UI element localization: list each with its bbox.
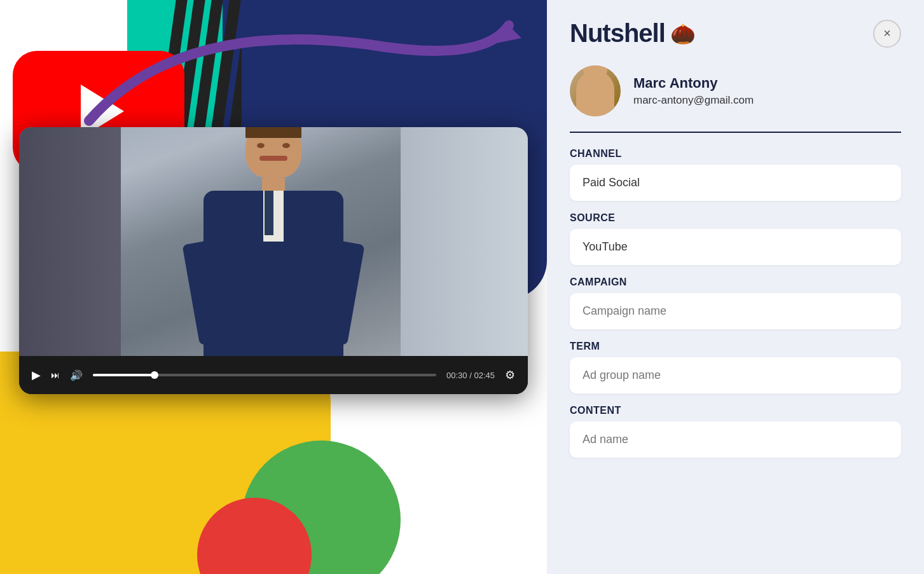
channel-section: CHANNEL — [570, 148, 901, 201]
channel-label: CHANNEL — [570, 148, 901, 160]
source-label: SOURCE — [570, 212, 901, 224]
channel-input[interactable] — [570, 165, 901, 201]
volume-icon[interactable]: 🔊 — [70, 369, 83, 381]
nutshell-logo: Nutshell 🌰 — [570, 19, 696, 48]
user-email: marc-antony@gmail.com — [633, 94, 754, 107]
time-display: 00:30 / 02:45 — [446, 371, 495, 380]
video-bookshelf — [19, 127, 121, 356]
source-input[interactable] — [570, 229, 901, 265]
video-controls[interactable]: ▶ ⏭ 🔊 00:30 / 02:45 ⚙ — [19, 356, 528, 394]
avatar-figure — [576, 71, 614, 116]
user-info: Marc Antony marc-antony@gmail.com — [633, 75, 754, 107]
progress-fill — [93, 374, 155, 376]
campaign-input[interactable] — [570, 293, 901, 329]
progress-bar[interactable] — [93, 374, 436, 376]
user-name: Marc Antony — [633, 75, 754, 92]
left-panel: ▶ ⏭ 🔊 00:30 / 02:45 ⚙ — [0, 0, 547, 574]
nutshell-acorn-icon: 🌰 — [670, 22, 696, 46]
next-button[interactable]: ⏭ — [51, 370, 60, 380]
current-time: 00:30 — [446, 371, 467, 380]
source-section: SOURCE — [570, 212, 901, 265]
video-person — [203, 127, 343, 356]
user-card: Marc Antony marc-antony@gmail.com — [570, 65, 901, 133]
settings-icon[interactable]: ⚙ — [505, 368, 515, 382]
purple-arrow — [51, 6, 547, 146]
content-input[interactable] — [570, 421, 901, 458]
total-time: 02:45 — [474, 371, 495, 380]
nutshell-wordmark: Nutshell — [570, 19, 665, 48]
video-right-bg — [401, 127, 528, 356]
term-input[interactable] — [570, 357, 901, 393]
video-player[interactable]: ▶ ⏭ 🔊 00:30 / 02:45 ⚙ — [19, 127, 528, 394]
close-icon: × — [883, 26, 891, 41]
play-button[interactable]: ▶ — [32, 368, 41, 382]
avatar — [570, 65, 621, 116]
term-section: TERM — [570, 341, 901, 393]
progress-dot — [151, 371, 158, 379]
campaign-section: CAMPAIGN — [570, 277, 901, 329]
right-panel: Nutshell 🌰 × Marc Antony marc-antony@gma… — [547, 0, 924, 574]
term-label: TERM — [570, 341, 901, 352]
avatar-head — [583, 65, 607, 82]
content-label: CONTENT — [570, 405, 901, 416]
close-button[interactable]: × — [873, 20, 901, 48]
nutshell-header: Nutshell 🌰 × — [570, 19, 901, 48]
campaign-label: CAMPAIGN — [570, 277, 901, 288]
video-frame — [19, 127, 528, 356]
content-section: CONTENT — [570, 405, 901, 458]
